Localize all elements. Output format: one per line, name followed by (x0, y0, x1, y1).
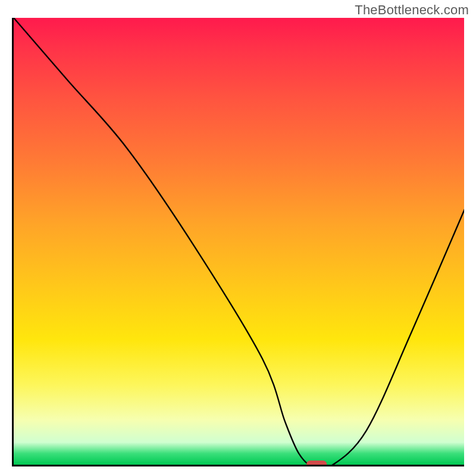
data-curve (14, 18, 464, 466)
watermark-text: TheBottleneck.com (355, 2, 469, 18)
optimum-marker (306, 461, 327, 466)
plot-area (12, 18, 464, 466)
chart-container: TheBottleneck.com (0, 0, 476, 476)
curve-layer (14, 18, 464, 466)
